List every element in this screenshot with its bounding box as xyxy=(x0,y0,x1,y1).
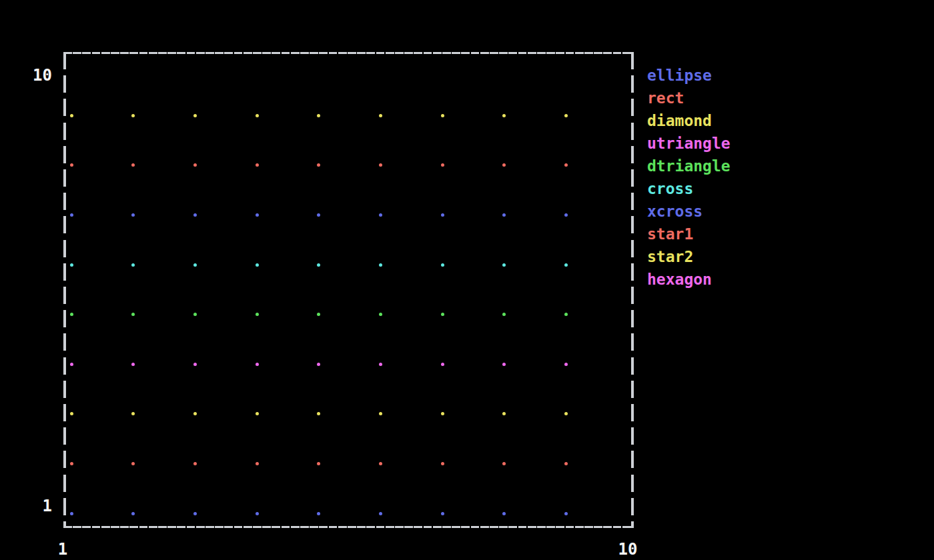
scatter-point-star1 xyxy=(564,163,568,167)
scatter-point-rect xyxy=(193,462,197,465)
scatter-point-cross xyxy=(256,263,259,267)
scatter-point-utriangle xyxy=(564,363,568,366)
scatter-point-dtriangle xyxy=(379,313,382,316)
scatter-point-xcross xyxy=(131,213,135,217)
scatter-point-ellipse xyxy=(564,512,568,515)
scatter-point-utriangle xyxy=(256,363,259,366)
scatter-point-dtriangle xyxy=(256,313,259,316)
scatter-point-rect xyxy=(441,462,444,465)
scatter-point-star2 xyxy=(70,114,73,117)
legend-item-hexagon: hexagon xyxy=(647,268,712,291)
scatter-point-diamond xyxy=(70,412,73,415)
scatter-point-utriangle xyxy=(379,363,382,366)
scatter-point-diamond xyxy=(564,412,568,415)
scatter-point-ellipse xyxy=(193,512,197,515)
scatter-point-xcross xyxy=(70,213,73,217)
scatter-point-ellipse xyxy=(317,512,320,515)
scatter-point-rect xyxy=(564,462,568,465)
scatter-point-rect xyxy=(379,462,382,465)
scatter-point-ellipse xyxy=(70,512,73,515)
scatter-point-ellipse xyxy=(441,512,444,515)
scatter-point-diamond xyxy=(502,412,506,415)
scatter-point-xcross xyxy=(317,213,320,217)
legend-item-dtriangle: dtriangle xyxy=(647,155,731,177)
scatter-point-star2 xyxy=(564,114,568,117)
scatter-point-cross xyxy=(564,263,568,267)
y-axis-label-max: 10 xyxy=(0,64,52,87)
terminal-screen: 10 1 1 10 ellipserectdiamondutriangledtr… xyxy=(0,0,934,560)
scatter-point-star1 xyxy=(441,163,444,167)
legend-item-xcross: xcross xyxy=(647,200,703,223)
scatter-point-xcross xyxy=(193,213,197,217)
legend-item-diamond: diamond xyxy=(647,109,712,132)
scatter-point-dtriangle xyxy=(131,313,135,316)
scatter-point-xcross xyxy=(379,213,382,217)
scatter-point-ellipse xyxy=(502,512,506,515)
scatter-point-ellipse xyxy=(131,512,135,515)
scatter-point-star1 xyxy=(379,163,382,167)
scatter-point-diamond xyxy=(379,412,382,415)
scatter-point-rect xyxy=(502,462,506,465)
x-axis-label-max: 10 xyxy=(601,538,654,560)
scatter-point-utriangle xyxy=(193,363,197,366)
scatter-point-star2 xyxy=(441,114,444,117)
scatter-point-cross xyxy=(441,263,444,267)
scatter-point-star2 xyxy=(131,114,135,117)
scatter-point-rect xyxy=(131,462,135,465)
scatter-point-star1 xyxy=(131,163,135,167)
scatter-point-cross xyxy=(379,263,382,267)
scatter-point-cross xyxy=(193,263,197,267)
scatter-point-xcross xyxy=(502,213,506,217)
plot-border-right xyxy=(631,52,634,528)
scatter-point-rect xyxy=(317,462,320,465)
scatter-point-dtriangle xyxy=(564,313,568,316)
scatter-point-utriangle xyxy=(502,363,506,366)
scatter-point-dtriangle xyxy=(441,313,444,316)
scatter-point-utriangle xyxy=(70,363,73,366)
scatter-point-star2 xyxy=(317,114,320,117)
plot-border-top xyxy=(63,52,634,54)
scatter-point-xcross xyxy=(256,213,259,217)
legend-item-star1: star1 xyxy=(647,223,693,245)
plot-border-left xyxy=(63,52,66,528)
plot-border-bottom xyxy=(63,526,634,528)
scatter-point-diamond xyxy=(131,412,135,415)
scatter-point-star2 xyxy=(379,114,382,117)
scatter-point-ellipse xyxy=(256,512,259,515)
scatter-point-xcross xyxy=(441,213,444,217)
legend-item-cross: cross xyxy=(647,177,693,200)
scatter-point-diamond xyxy=(256,412,259,415)
scatter-point-dtriangle xyxy=(70,313,73,316)
scatter-point-diamond xyxy=(441,412,444,415)
scatter-point-cross xyxy=(131,263,135,267)
scatter-point-dtriangle xyxy=(502,313,506,316)
scatter-point-rect xyxy=(256,462,259,465)
scatter-point-cross xyxy=(317,263,320,267)
y-axis-label-min: 1 xyxy=(0,495,52,517)
scatter-point-ellipse xyxy=(379,512,382,515)
scatter-point-cross xyxy=(502,263,506,267)
scatter-point-star2 xyxy=(256,114,259,117)
scatter-point-utriangle xyxy=(131,363,135,366)
scatter-point-diamond xyxy=(193,412,197,415)
legend-item-star2: star2 xyxy=(647,245,693,268)
scatter-point-utriangle xyxy=(317,363,320,366)
scatter-point-star2 xyxy=(502,114,506,117)
scatter-point-star1 xyxy=(193,163,197,167)
scatter-point-star2 xyxy=(193,114,197,117)
scatter-point-star1 xyxy=(317,163,320,167)
scatter-point-cross xyxy=(70,263,73,267)
scatter-point-star1 xyxy=(256,163,259,167)
scatter-point-dtriangle xyxy=(193,313,197,316)
scatter-point-diamond xyxy=(317,412,320,415)
scatter-point-star1 xyxy=(502,163,506,167)
legend-item-ellipse: ellipse xyxy=(647,64,712,87)
legend-item-rect: rect xyxy=(647,87,684,109)
scatter-point-star1 xyxy=(70,163,73,167)
scatter-point-utriangle xyxy=(441,363,444,366)
legend-item-utriangle: utriangle xyxy=(647,132,731,155)
scatter-point-rect xyxy=(70,462,73,465)
x-axis-label-min: 1 xyxy=(36,538,89,560)
scatter-point-xcross xyxy=(564,213,568,217)
scatter-point-dtriangle xyxy=(317,313,320,316)
